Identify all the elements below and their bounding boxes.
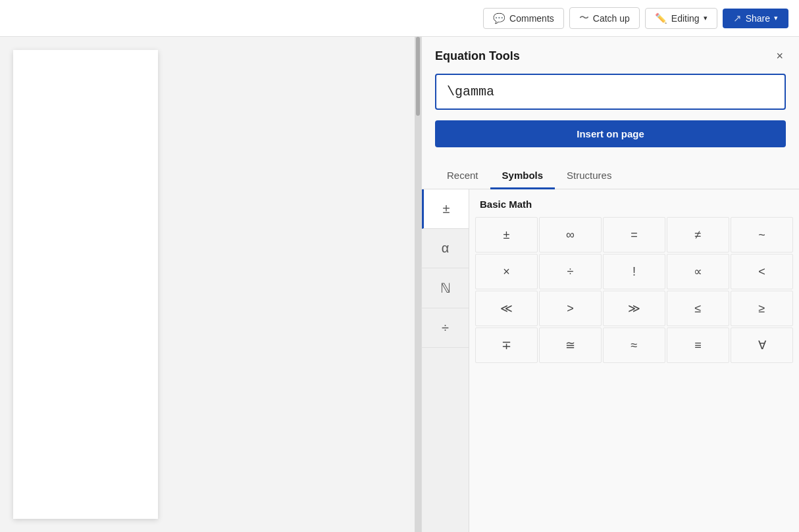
catchup-icon: 〜	[579, 12, 589, 24]
symbol-cell[interactable]: <	[731, 254, 793, 289]
top-toolbar: 💬 Comments 〜 Catch up ✏️ Editing ▾ ↗ Sha…	[0, 0, 799, 37]
symbol-cell[interactable]: =	[603, 217, 665, 253]
main-area: Equation Tools × Insert on page Recent S…	[0, 37, 799, 532]
catchup-label: Catch up	[593, 13, 630, 24]
editing-icon: ✏️	[655, 12, 667, 24]
document-area	[0, 37, 415, 532]
symbol-cell[interactable]: ∀	[731, 327, 793, 363]
share-chevron-icon: ▾	[774, 14, 778, 22]
tab-symbols[interactable]: Symbols	[490, 163, 555, 189]
symbol-cell[interactable]: ≡	[667, 327, 729, 363]
editing-button[interactable]: ✏️ Editing ▾	[645, 8, 717, 29]
document-page	[13, 50, 158, 519]
share-button[interactable]: ↗ Share ▾	[723, 9, 788, 28]
symbol-cell[interactable]: ∓	[475, 327, 538, 363]
scrollbar-thumb[interactable]	[416, 37, 420, 116]
category-letter-like[interactable]: ℕ	[422, 268, 469, 308]
tab-structures[interactable]: Structures	[555, 163, 623, 189]
category-basic-math[interactable]: ±	[422, 189, 469, 229]
comments-label: Comments	[509, 13, 554, 24]
symbol-cell[interactable]: ≤	[667, 291, 729, 326]
equation-tools-title: Equation Tools	[435, 49, 520, 63]
operators-icon: ÷	[442, 320, 449, 335]
comments-icon: 💬	[493, 12, 505, 24]
comments-button[interactable]: 💬 Comments	[483, 8, 564, 29]
equation-input[interactable]	[435, 74, 786, 110]
editing-chevron-icon: ▾	[704, 14, 708, 22]
greek-icon: α	[442, 241, 450, 256]
category-sidebar: ± α ℕ ÷	[422, 189, 469, 532]
symbol-cell[interactable]: >	[539, 291, 602, 326]
symbol-cell[interactable]: ∝	[667, 254, 729, 289]
symbol-cell[interactable]: ∞	[539, 217, 602, 253]
symbol-cell[interactable]: ≫	[603, 291, 665, 326]
section-title: Basic Math	[469, 189, 799, 216]
share-label: Share	[746, 13, 770, 24]
category-greek[interactable]: α	[422, 229, 469, 268]
vertical-scrollbar[interactable]	[415, 37, 421, 532]
equation-input-area	[422, 74, 799, 120]
editing-label: Editing	[671, 13, 700, 24]
equation-tools-header: Equation Tools ×	[422, 37, 799, 74]
catchup-button[interactable]: 〜 Catch up	[569, 7, 640, 29]
share-icon: ↗	[733, 12, 742, 24]
tab-recent[interactable]: Recent	[435, 163, 490, 189]
symbol-cell[interactable]: ≠	[667, 217, 729, 253]
basic-math-icon: ±	[443, 201, 450, 216]
equation-tools-panel: Equation Tools × Insert on page Recent S…	[421, 37, 799, 532]
close-button[interactable]: ×	[773, 47, 786, 64]
symbols-area: ± α ℕ ÷ Basic Math ±∞=≠~×÷!∝<≪>≫≤≥∓≅≈≡∀	[422, 189, 799, 532]
symbol-cell[interactable]: ≈	[603, 327, 665, 363]
symbol-cell[interactable]: ×	[475, 254, 538, 289]
symbol-cell[interactable]: ÷	[539, 254, 602, 289]
symbol-cell[interactable]: ≅	[539, 327, 602, 363]
symbol-content: Basic Math ±∞=≠~×÷!∝<≪>≫≤≥∓≅≈≡∀	[469, 189, 799, 532]
symbol-cell[interactable]: ≥	[731, 291, 793, 326]
symbol-grid: ±∞=≠~×÷!∝<≪>≫≤≥∓≅≈≡∀	[469, 216, 799, 369]
insert-on-page-button[interactable]: Insert on page	[435, 120, 786, 147]
equation-tabs: Recent Symbols Structures	[422, 163, 799, 189]
symbol-cell[interactable]: !	[603, 254, 665, 289]
symbol-cell[interactable]: ~	[731, 217, 793, 253]
close-icon: ×	[776, 49, 783, 62]
symbol-cell[interactable]: ±	[475, 217, 538, 253]
letter-like-icon: ℕ	[440, 280, 451, 296]
category-operators[interactable]: ÷	[422, 308, 469, 348]
symbol-cell[interactable]: ≪	[475, 291, 538, 326]
